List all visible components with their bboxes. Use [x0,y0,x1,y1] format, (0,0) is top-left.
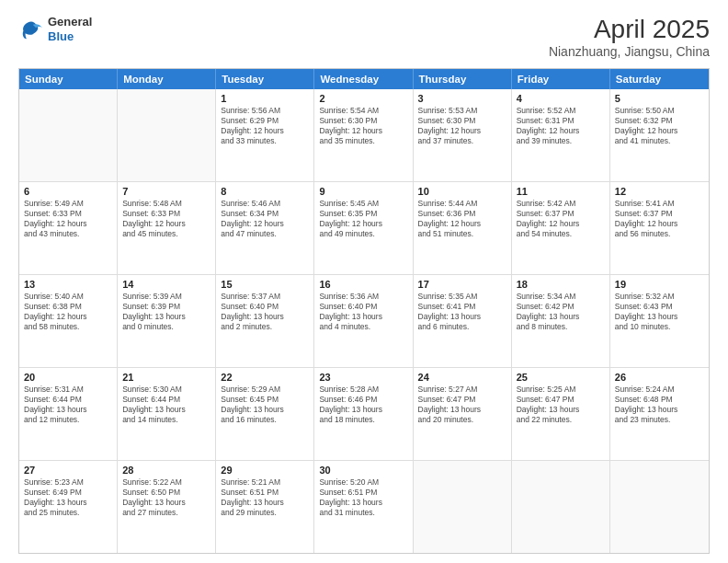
day-number: 7 [122,186,210,197]
cell-info-line: Sunset: 6:49 PM [24,488,112,498]
cal-cell-14: 14Sunrise: 5:39 AMSunset: 6:39 PMDayligh… [118,275,216,367]
day-number: 10 [418,186,506,197]
cell-info-line: and 33 minutes. [221,136,309,146]
cell-info-line: Sunset: 6:47 PM [418,395,506,405]
cal-cell-17: 17Sunrise: 5:35 AMSunset: 6:41 PMDayligh… [414,275,512,367]
page: General Blue April 2025 Nianzhuang, Jian… [0,0,728,563]
cell-info-line: Sunset: 6:40 PM [319,302,407,312]
day-number: 14 [122,279,210,290]
cal-cell-empty-0-1 [118,89,216,181]
calendar-row-0: 1Sunrise: 5:56 AMSunset: 6:29 PMDaylight… [19,89,709,182]
header-day-monday: Monday [118,69,216,89]
cal-cell-12: 12Sunrise: 5:41 AMSunset: 6:37 PMDayligh… [610,182,709,274]
cell-info-line: Sunrise: 5:41 AM [615,199,704,209]
cell-info-line: Daylight: 13 hours [418,405,506,415]
cell-info-line: Sunrise: 5:37 AM [221,292,309,302]
cell-info-line: Daylight: 12 hours [418,126,506,136]
cell-info-line: Daylight: 13 hours [221,312,309,322]
subtitle: Nianzhuang, Jiangsu, China [549,44,710,59]
calendar-row-4: 27Sunrise: 5:23 AMSunset: 6:49 PMDayligh… [19,461,709,553]
cal-cell-13: 13Sunrise: 5:40 AMSunset: 6:38 PMDayligh… [19,275,118,367]
cell-info-line: Sunset: 6:36 PM [418,209,506,219]
day-number: 11 [517,186,605,197]
day-number: 21 [122,372,210,383]
cell-info-line: Daylight: 12 hours [418,219,506,229]
cell-info-line: Sunrise: 5:20 AM [319,477,407,488]
cell-info-line: Sunrise: 5:35 AM [418,292,506,302]
cell-info-line: Sunset: 6:38 PM [24,302,112,312]
cal-cell-19: 19Sunrise: 5:32 AMSunset: 6:43 PMDayligh… [610,275,709,367]
cell-info-line: Daylight: 13 hours [615,312,704,322]
day-number: 17 [418,279,506,290]
cell-info-line: Sunset: 6:47 PM [517,395,605,405]
cell-info-line: Sunrise: 5:40 AM [24,292,112,302]
cal-cell-25: 25Sunrise: 5:25 AMSunset: 6:47 PMDayligh… [512,368,610,460]
cal-cell-29: 29Sunrise: 5:21 AMSunset: 6:51 PMDayligh… [216,461,314,553]
cell-info-line: Sunset: 6:33 PM [122,209,210,219]
calendar-header: SundayMondayTuesdayWednesdayThursdayFrid… [19,69,709,89]
cell-info-line: and 10 minutes. [615,322,704,332]
calendar: SundayMondayTuesdayWednesdayThursdayFrid… [18,68,710,554]
day-number: 6 [24,186,112,197]
day-number: 16 [319,279,407,290]
cell-info-line: Sunset: 6:41 PM [418,302,506,312]
cell-info-line: Daylight: 12 hours [24,312,112,322]
header: General Blue April 2025 Nianzhuang, Jian… [18,15,710,59]
cell-info-line: Sunrise: 5:48 AM [122,199,210,209]
cell-info-line: Sunrise: 5:53 AM [418,106,506,116]
day-number: 2 [319,93,407,104]
day-number: 20 [24,372,112,383]
cell-info-line: Daylight: 13 hours [122,498,210,508]
cell-info-line: Daylight: 13 hours [24,498,112,508]
cell-info-line: Sunset: 6:46 PM [319,395,407,405]
cal-cell-27: 27Sunrise: 5:23 AMSunset: 6:49 PMDayligh… [19,461,118,553]
cell-info-line: Sunset: 6:30 PM [418,116,506,126]
cal-cell-21: 21Sunrise: 5:30 AMSunset: 6:44 PMDayligh… [118,368,216,460]
cell-info-line: Sunset: 6:31 PM [517,116,605,126]
cell-info-line: Sunset: 6:39 PM [122,302,210,312]
day-number: 23 [319,372,407,383]
day-number: 5 [615,93,704,104]
cell-info-line: and 54 minutes. [517,229,605,239]
day-number: 18 [517,279,605,290]
cell-info-line: Sunrise: 5:39 AM [122,292,210,302]
cell-info-line: and 6 minutes. [418,322,506,332]
cell-info-line: and 20 minutes. [418,415,506,425]
header-day-friday: Friday [512,69,610,89]
cell-info-line: Sunrise: 5:44 AM [418,199,506,209]
cell-info-line: Sunrise: 5:56 AM [221,106,309,116]
cell-info-line: Sunset: 6:34 PM [221,209,309,219]
logo: General Blue [18,15,92,43]
cal-cell-6: 6Sunrise: 5:49 AMSunset: 6:33 PMDaylight… [19,182,118,274]
day-number: 30 [319,465,407,476]
cell-info-line: Sunrise: 5:46 AM [221,199,309,209]
logo-bird-icon [18,18,44,40]
cell-info-line: Sunset: 6:50 PM [122,488,210,498]
header-day-saturday: Saturday [610,69,709,89]
cell-info-line: and 45 minutes. [122,229,210,239]
day-number: 9 [319,186,407,197]
cell-info-line: Sunset: 6:51 PM [319,488,407,498]
cell-info-line: Sunrise: 5:28 AM [319,385,407,395]
day-number: 3 [418,93,506,104]
cell-info-line: and 4 minutes. [319,322,407,332]
cell-info-line: Sunrise: 5:31 AM [24,385,112,395]
cal-cell-empty-4-6 [610,461,709,553]
cell-info-line: Sunset: 6:44 PM [122,395,210,405]
cal-cell-2: 2Sunrise: 5:54 AMSunset: 6:30 PMDaylight… [314,89,413,181]
cell-info-line: Daylight: 13 hours [221,405,309,415]
cal-cell-4: 4Sunrise: 5:52 AMSunset: 6:31 PMDaylight… [512,89,610,181]
cell-info-line: Daylight: 13 hours [221,498,309,508]
cell-info-line: and 18 minutes. [319,415,407,425]
cell-info-line: and 56 minutes. [615,229,704,239]
cell-info-line: and 2 minutes. [221,322,309,332]
cell-info-line: Daylight: 13 hours [418,312,506,322]
day-number: 28 [122,465,210,476]
cell-info-line: and 14 minutes. [122,415,210,425]
cell-info-line: and 35 minutes. [319,136,407,146]
cell-info-line: and 51 minutes. [418,229,506,239]
cal-cell-24: 24Sunrise: 5:27 AMSunset: 6:47 PMDayligh… [414,368,512,460]
cell-info-line: and 39 minutes. [517,136,605,146]
cal-cell-empty-4-4 [414,461,512,553]
cell-info-line: Sunset: 6:45 PM [221,395,309,405]
